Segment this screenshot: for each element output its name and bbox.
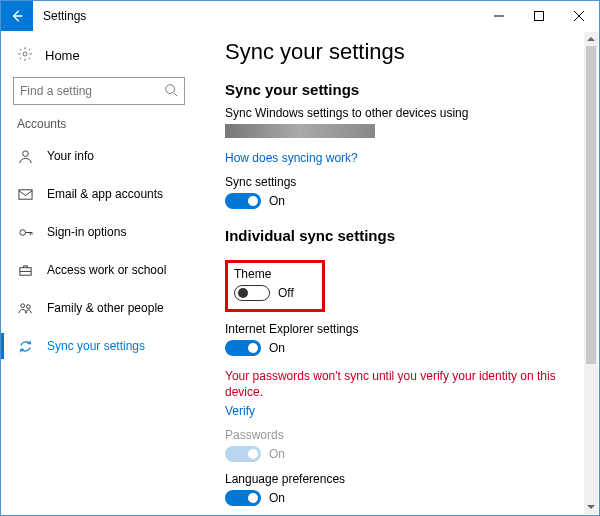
window-controls xyxy=(479,1,599,31)
page-title: Sync your settings xyxy=(225,39,579,65)
maximize-button[interactable] xyxy=(519,1,559,31)
chevron-down-icon xyxy=(587,503,595,511)
sidebar-item-label: Family & other people xyxy=(47,301,164,315)
scroll-track[interactable] xyxy=(584,46,598,500)
sidebar-home[interactable]: Home xyxy=(1,39,197,71)
section-heading-sync: Sync your settings xyxy=(225,81,579,98)
scroll-thumb[interactable] xyxy=(586,46,596,364)
close-icon xyxy=(574,11,584,21)
sidebar-item-label: Sync your settings xyxy=(47,339,145,353)
back-button[interactable] xyxy=(1,1,33,31)
minimize-icon xyxy=(494,11,504,21)
sidebar-item-label: Access work or school xyxy=(47,263,166,277)
svg-point-12 xyxy=(26,304,30,308)
setting-language: Language preferences On xyxy=(225,472,579,506)
people-icon xyxy=(17,301,33,316)
person-icon xyxy=(17,149,33,164)
toggle-state: On xyxy=(269,491,285,505)
svg-point-7 xyxy=(22,150,28,156)
gear-icon xyxy=(17,46,33,65)
setting-label: Theme xyxy=(234,267,294,281)
sidebar-item-signin[interactable]: Sign-in options xyxy=(1,213,197,251)
sidebar-home-label: Home xyxy=(45,48,80,63)
sidebar-item-your-info[interactable]: Your info xyxy=(1,137,197,175)
sync-description: Sync Windows settings to other devices u… xyxy=(225,106,579,120)
scroll-down-button[interactable] xyxy=(584,500,598,514)
password-alert: Your passwords won't sync until you veri… xyxy=(225,368,579,400)
account-name-redacted xyxy=(225,124,375,138)
toggle-state: Off xyxy=(278,286,294,300)
svg-rect-1 xyxy=(535,12,544,21)
chevron-up-icon xyxy=(587,35,595,43)
sidebar-item-sync[interactable]: Sync your settings xyxy=(1,327,197,365)
svg-point-5 xyxy=(166,84,175,93)
sidebar-item-label: Your info xyxy=(47,149,94,163)
toggle-state: On xyxy=(269,194,285,208)
settings-window: Settings Home Accounts Your info xyxy=(0,0,600,516)
toggle-passwords xyxy=(225,446,261,462)
briefcase-icon xyxy=(17,263,33,278)
sidebar-item-work-school[interactable]: Access work or school xyxy=(1,251,197,289)
close-button[interactable] xyxy=(559,1,599,31)
section-heading-individual: Individual sync settings xyxy=(225,227,579,244)
toggle-theme[interactable] xyxy=(234,285,270,301)
vertical-scrollbar[interactable] xyxy=(584,32,598,514)
titlebar: Settings xyxy=(1,1,599,31)
sidebar-item-email[interactable]: Email & app accounts xyxy=(1,175,197,213)
toggle-language[interactable] xyxy=(225,490,261,506)
svg-line-6 xyxy=(174,92,178,96)
minimize-button[interactable] xyxy=(479,1,519,31)
svg-point-9 xyxy=(19,229,25,235)
setting-label: Internet Explorer settings xyxy=(225,322,579,336)
search-icon xyxy=(164,83,178,100)
sidebar-section-heading: Accounts xyxy=(1,117,197,131)
toggle-ie[interactable] xyxy=(225,340,261,356)
window-title: Settings xyxy=(43,9,86,23)
setting-ie: Internet Explorer settings On xyxy=(225,322,579,356)
toggle-sync-settings[interactable] xyxy=(225,193,261,209)
highlight-theme: Theme Off xyxy=(225,260,325,312)
search-input[interactable] xyxy=(20,84,164,98)
maximize-icon xyxy=(534,11,544,21)
sidebar-item-family[interactable]: Family & other people xyxy=(1,289,197,327)
sidebar-item-label: Sign-in options xyxy=(47,225,126,239)
svg-point-11 xyxy=(20,303,24,307)
arrow-left-icon xyxy=(10,9,24,23)
setting-sync-settings: Sync settings On xyxy=(225,175,579,209)
svg-point-4 xyxy=(23,52,27,56)
key-icon xyxy=(17,225,33,240)
setting-label: Passwords xyxy=(225,428,579,442)
sidebar-item-label: Email & app accounts xyxy=(47,187,163,201)
setting-label: Sync settings xyxy=(225,175,579,189)
main-panel: Sync your settings Sync your settings Sy… xyxy=(197,31,599,515)
toggle-state: On xyxy=(269,447,285,461)
sidebar: Home Accounts Your info Email & app acco… xyxy=(1,31,197,515)
setting-label: Language preferences xyxy=(225,472,579,486)
mail-icon xyxy=(17,187,33,202)
how-syncing-link[interactable]: How does syncing work? xyxy=(225,151,358,165)
setting-passwords: Passwords On xyxy=(225,428,579,462)
sync-icon xyxy=(17,339,33,354)
scroll-up-button[interactable] xyxy=(584,32,598,46)
svg-rect-8 xyxy=(18,189,31,198)
verify-link[interactable]: Verify xyxy=(225,404,255,418)
toggle-state: On xyxy=(269,341,285,355)
search-input-wrap[interactable] xyxy=(13,77,185,105)
